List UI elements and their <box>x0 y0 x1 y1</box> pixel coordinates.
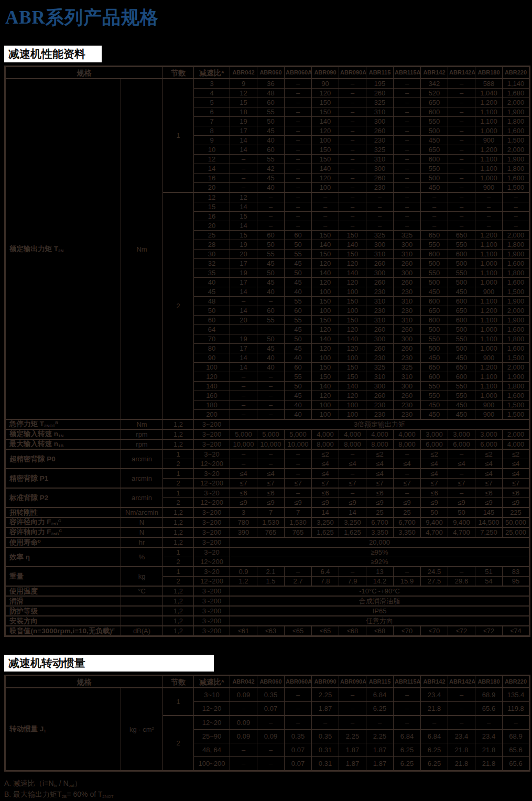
value-cell: ≤4 <box>475 459 503 469</box>
unit-cell: arcmin <box>121 488 163 507</box>
value-cell: 1,500 <box>503 136 530 145</box>
value-cell: 260 <box>366 89 394 98</box>
value-cell: 310 <box>366 155 394 164</box>
value-cell: – <box>448 155 475 164</box>
value-cell: 1,100 <box>475 372 503 382</box>
ratio-cell: 20 <box>194 221 230 231</box>
ratio-cell: 3~20 <box>194 488 230 498</box>
value-cell: 260 <box>394 344 421 353</box>
value-cell: ≤7 <box>421 479 448 489</box>
column-header-model: ABR090 <box>312 67 339 79</box>
value-cell: 500 <box>448 278 475 287</box>
value-cell: 1,000 <box>475 278 503 287</box>
value-cell: 6.25 <box>421 757 448 771</box>
value-cell: – <box>448 716 475 730</box>
footnote-line: A. 减速比（i=Nin / Nout） <box>4 778 528 789</box>
value-cell: – <box>394 702 421 716</box>
value-cell: 20 <box>230 316 257 325</box>
unit-cell: hr <box>121 537 163 547</box>
column-header-model: ABR060 <box>257 676 285 688</box>
value-cell: ≤4 <box>475 469 503 479</box>
value-cell: 230 <box>366 400 394 410</box>
value-cell: – <box>257 449 285 459</box>
value-cell: 150 <box>312 372 339 382</box>
value-cell: 55 <box>257 250 285 259</box>
value-cell: 100 <box>312 183 339 193</box>
ratio-cell: 3~200 <box>194 596 230 606</box>
value-cell: ≤74 <box>503 626 530 636</box>
value-cell: 1.5 <box>257 577 285 587</box>
value-cell: – <box>394 136 421 145</box>
value-cell: – <box>285 98 312 107</box>
column-header-model: ABR180 <box>475 676 503 688</box>
value-cell: 60 <box>285 231 312 240</box>
value-cell: 1,600 <box>503 391 530 400</box>
ratio-cell: 16 <box>194 174 230 183</box>
value-cell: – <box>394 98 421 107</box>
value-cell: 310 <box>394 250 421 259</box>
value-cell: 17 <box>230 259 257 268</box>
value-cell: 120 <box>339 259 366 268</box>
ratio-cell: 50 <box>194 306 230 316</box>
value-cell: 14 <box>230 221 257 231</box>
value-cell: ≤6 <box>257 488 285 498</box>
value-cell: 0.07 <box>257 702 285 716</box>
value-cell: ≤9 <box>394 498 421 508</box>
value-cell: – <box>394 688 421 702</box>
value-cell: 50 <box>257 268 285 278</box>
value-cell: 100 <box>339 287 366 297</box>
value-cell: 600 <box>448 250 475 259</box>
value-cell: 14 <box>230 306 257 316</box>
value-cell: 68.9 <box>475 688 503 702</box>
value-cell: 600 <box>421 155 448 164</box>
value-cell: 55 <box>285 250 312 259</box>
value-cell: 1,040 <box>475 89 503 98</box>
value-cell: – <box>339 202 366 212</box>
table-row: 噪音值(n=3000rpm,i=10,无负载)EdB(A)1,23~200≤61… <box>5 626 530 636</box>
value-cell: 260 <box>366 391 394 400</box>
value-cell: – <box>366 221 394 231</box>
value-cell: 45 <box>285 344 312 353</box>
value-cell: 550 <box>421 391 448 400</box>
value-cell: 1,500 <box>503 410 530 420</box>
span-value-cell: IP65 <box>230 606 530 616</box>
value-cell: 325 <box>366 98 394 107</box>
value-cell: 260 <box>366 259 394 268</box>
value-cell: 1,000 <box>475 325 503 334</box>
value-cell: – <box>257 297 285 306</box>
value-cell: 4,000 <box>394 429 421 439</box>
value-cell: – <box>448 221 475 231</box>
value-cell: 900 <box>475 353 503 363</box>
value-cell: 650 <box>421 98 448 107</box>
value-cell: 150 <box>312 250 339 259</box>
value-cell: 1,900 <box>503 297 530 306</box>
unit-cell: % <box>121 547 163 567</box>
ratio-cell: 7 <box>194 117 230 126</box>
value-cell: 2.1 <box>257 567 285 577</box>
value-cell: 14 <box>230 136 257 145</box>
value-cell: – <box>257 410 285 420</box>
value-cell: 1,800 <box>503 164 530 174</box>
value-cell: – <box>339 212 366 221</box>
value-cell: 7.9 <box>339 577 366 587</box>
value-cell: 51 <box>475 567 503 577</box>
ratio-cell: 3~200 <box>194 439 230 449</box>
value-cell: 1.87 <box>366 743 394 757</box>
value-cell: 40 <box>257 287 285 297</box>
value-cell: 2,000 <box>503 231 530 240</box>
value-cell: 310 <box>366 250 394 259</box>
value-cell: ≤4 <box>421 469 448 479</box>
value-cell: 0.35 <box>312 730 339 743</box>
column-header-ratio: 减速比A <box>194 676 230 688</box>
value-cell: 45 <box>257 259 285 268</box>
value-cell: 300 <box>394 334 421 344</box>
table-row: 精密背隙 P1arcmin13~20≤4≤4–≤4–≤4–≤4–≤4≤4 <box>5 469 530 479</box>
value-cell: – <box>394 212 421 221</box>
value-cell: 230 <box>366 183 394 193</box>
value-cell: 1,900 <box>503 316 530 325</box>
value-cell: – <box>421 221 448 231</box>
value-cell: – <box>230 702 257 716</box>
value-cell: 21.8 <box>448 757 475 771</box>
ratio-cell: 3~200 <box>194 517 230 527</box>
spec-label: 容许径向力 F2rBC <box>5 517 121 527</box>
